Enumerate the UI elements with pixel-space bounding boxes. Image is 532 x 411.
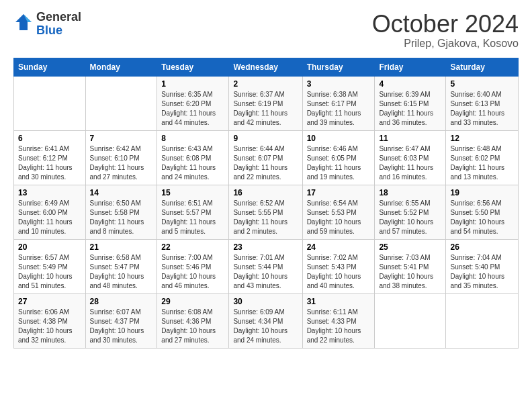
- logo-icon: [13, 12, 34, 32]
- day-info: Sunrise: 6:39 AMSunset: 6:15 PMDaylight:…: [379, 90, 441, 128]
- day-number: 29: [161, 297, 224, 306]
- calendar-cell: [14, 76, 86, 130]
- day-info: Sunrise: 6:35 AMSunset: 6:20 PMDaylight:…: [161, 90, 224, 128]
- day-number: 23: [233, 242, 298, 252]
- day-number: 31: [307, 297, 371, 306]
- day-number: 19: [450, 188, 514, 197]
- day-number: 2: [233, 79, 298, 89]
- day-info: Sunrise: 6:52 AMSunset: 5:55 PMDaylight:…: [233, 199, 298, 236]
- col-sunday: Sunday: [14, 58, 86, 76]
- day-info: Sunrise: 6:50 AMSunset: 5:58 PMDaylight:…: [90, 199, 153, 236]
- calendar-cell: [446, 293, 519, 348]
- calendar-cell: 23Sunrise: 7:01 AMSunset: 5:44 PMDayligh…: [229, 239, 302, 293]
- col-monday: Monday: [85, 58, 157, 76]
- calendar-cell: 29Sunrise: 6:08 AMSunset: 4:36 PMDayligh…: [157, 293, 229, 348]
- col-saturday: Saturday: [446, 58, 519, 76]
- day-info: Sunrise: 6:42 AMSunset: 6:10 PMDaylight:…: [90, 144, 153, 182]
- calendar-cell: [85, 76, 157, 130]
- calendar-cell: 8Sunrise: 6:43 AMSunset: 6:08 PMDaylight…: [157, 130, 229, 185]
- page: General Blue October 2024 Prilep, Gjakov…: [0, 0, 532, 411]
- day-info: Sunrise: 6:58 AMSunset: 5:47 PMDaylight:…: [90, 253, 153, 291]
- title-month: October 2024: [372, 11, 519, 38]
- day-info: Sunrise: 6:44 AMSunset: 6:07 PMDaylight:…: [233, 144, 298, 182]
- calendar-cell: 3Sunrise: 6:38 AMSunset: 6:17 PMDaylight…: [302, 76, 375, 130]
- day-info: Sunrise: 6:55 AMSunset: 5:52 PMDaylight:…: [379, 199, 441, 236]
- calendar-cell: 26Sunrise: 7:04 AMSunset: 5:40 PMDayligh…: [446, 239, 519, 293]
- day-number: 18: [379, 188, 441, 197]
- day-info: Sunrise: 6:49 AMSunset: 6:00 PMDaylight:…: [18, 199, 81, 236]
- day-number: 25: [379, 242, 441, 252]
- day-info: Sunrise: 6:51 AMSunset: 5:57 PMDaylight:…: [161, 199, 224, 236]
- logo-blue: Blue: [36, 24, 81, 38]
- day-info: Sunrise: 7:03 AMSunset: 5:41 PMDaylight:…: [379, 253, 441, 291]
- calendar-cell: 7Sunrise: 6:42 AMSunset: 6:10 PMDaylight…: [85, 130, 157, 185]
- calendar-cell: 24Sunrise: 7:02 AMSunset: 5:43 PMDayligh…: [302, 239, 375, 293]
- day-number: 24: [307, 242, 371, 252]
- calendar-cell: 25Sunrise: 7:03 AMSunset: 5:41 PMDayligh…: [375, 239, 446, 293]
- day-number: 20: [18, 242, 81, 252]
- day-info: Sunrise: 7:00 AMSunset: 5:46 PMDaylight:…: [161, 253, 224, 291]
- logo: General Blue: [13, 11, 81, 38]
- day-number: 14: [90, 188, 153, 197]
- calendar-week-1: 1Sunrise: 6:35 AMSunset: 6:20 PMDaylight…: [14, 76, 519, 130]
- logo-text: General Blue: [36, 11, 81, 38]
- day-number: 11: [379, 134, 441, 143]
- calendar-cell: 1Sunrise: 6:35 AMSunset: 6:20 PMDaylight…: [157, 76, 229, 130]
- calendar-cell: 13Sunrise: 6:49 AMSunset: 6:00 PMDayligh…: [14, 185, 86, 239]
- calendar-cell: 4Sunrise: 6:39 AMSunset: 6:15 PMDaylight…: [375, 76, 446, 130]
- day-number: 1: [161, 79, 224, 89]
- day-number: 10: [307, 134, 371, 143]
- day-number: 6: [18, 134, 81, 143]
- day-info: Sunrise: 6:56 AMSunset: 5:50 PMDaylight:…: [450, 199, 514, 236]
- day-info: Sunrise: 6:09 AMSunset: 4:34 PMDaylight:…: [233, 308, 298, 345]
- day-info: Sunrise: 7:02 AMSunset: 5:43 PMDaylight:…: [307, 253, 371, 291]
- day-info: Sunrise: 6:47 AMSunset: 6:03 PMDaylight:…: [379, 144, 441, 182]
- calendar-cell: 30Sunrise: 6:09 AMSunset: 4:34 PMDayligh…: [229, 293, 302, 348]
- calendar-cell: 17Sunrise: 6:54 AMSunset: 5:53 PMDayligh…: [302, 185, 375, 239]
- calendar-cell: 15Sunrise: 6:51 AMSunset: 5:57 PMDayligh…: [157, 185, 229, 239]
- calendar-cell: 16Sunrise: 6:52 AMSunset: 5:55 PMDayligh…: [229, 185, 302, 239]
- day-info: Sunrise: 6:41 AMSunset: 6:12 PMDaylight:…: [18, 144, 81, 182]
- day-number: 3: [307, 79, 371, 89]
- calendar-week-3: 13Sunrise: 6:49 AMSunset: 6:00 PMDayligh…: [14, 185, 519, 239]
- day-number: 8: [161, 134, 224, 143]
- calendar-cell: 22Sunrise: 7:00 AMSunset: 5:46 PMDayligh…: [157, 239, 229, 293]
- calendar-cell: 31Sunrise: 6:11 AMSunset: 4:33 PMDayligh…: [302, 293, 375, 348]
- col-friday: Friday: [375, 58, 446, 76]
- calendar-cell: 6Sunrise: 6:41 AMSunset: 6:12 PMDaylight…: [14, 130, 86, 185]
- day-info: Sunrise: 6:54 AMSunset: 5:53 PMDaylight:…: [307, 199, 371, 236]
- calendar-cell: 21Sunrise: 6:58 AMSunset: 5:47 PMDayligh…: [85, 239, 157, 293]
- day-number: 5: [450, 79, 514, 89]
- day-info: Sunrise: 6:46 AMSunset: 6:05 PMDaylight:…: [307, 144, 371, 182]
- header-row: Sunday Monday Tuesday Wednesday Thursday…: [14, 58, 519, 76]
- calendar-week-2: 6Sunrise: 6:41 AMSunset: 6:12 PMDaylight…: [14, 130, 519, 185]
- day-info: Sunrise: 7:04 AMSunset: 5:40 PMDaylight:…: [450, 253, 514, 291]
- day-number: 7: [90, 134, 153, 143]
- day-info: Sunrise: 6:11 AMSunset: 4:33 PMDaylight:…: [307, 308, 371, 345]
- calendar-cell: 27Sunrise: 6:06 AMSunset: 4:38 PMDayligh…: [14, 293, 86, 348]
- logo-general: General: [36, 11, 81, 24]
- day-number: 22: [161, 242, 224, 252]
- calendar-cell: 10Sunrise: 6:46 AMSunset: 6:05 PMDayligh…: [302, 130, 375, 185]
- day-info: Sunrise: 6:08 AMSunset: 4:36 PMDaylight:…: [161, 308, 224, 345]
- day-number: 28: [90, 297, 153, 306]
- day-number: 26: [450, 242, 514, 252]
- calendar-cell: 14Sunrise: 6:50 AMSunset: 5:58 PMDayligh…: [85, 185, 157, 239]
- calendar-cell: 9Sunrise: 6:44 AMSunset: 6:07 PMDaylight…: [229, 130, 302, 185]
- day-number: 30: [233, 297, 298, 306]
- day-number: 16: [233, 188, 298, 197]
- col-tuesday: Tuesday: [157, 58, 229, 76]
- day-info: Sunrise: 6:48 AMSunset: 6:02 PMDaylight:…: [450, 144, 514, 182]
- calendar-cell: 11Sunrise: 6:47 AMSunset: 6:03 PMDayligh…: [375, 130, 446, 185]
- day-info: Sunrise: 6:06 AMSunset: 4:38 PMDaylight:…: [18, 308, 81, 345]
- day-number: 15: [161, 188, 224, 197]
- calendar-body: 1Sunrise: 6:35 AMSunset: 6:20 PMDaylight…: [14, 76, 519, 348]
- day-number: 21: [90, 242, 153, 252]
- day-number: 13: [18, 188, 81, 197]
- day-number: 12: [450, 134, 514, 143]
- calendar-cell: 2Sunrise: 6:37 AMSunset: 6:19 PMDaylight…: [229, 76, 302, 130]
- calendar-cell: [375, 293, 446, 348]
- title-location: Prilep, Gjakova, Kosovo: [372, 38, 519, 50]
- calendar-cell: 18Sunrise: 6:55 AMSunset: 5:52 PMDayligh…: [375, 185, 446, 239]
- day-info: Sunrise: 6:38 AMSunset: 6:17 PMDaylight:…: [307, 90, 371, 128]
